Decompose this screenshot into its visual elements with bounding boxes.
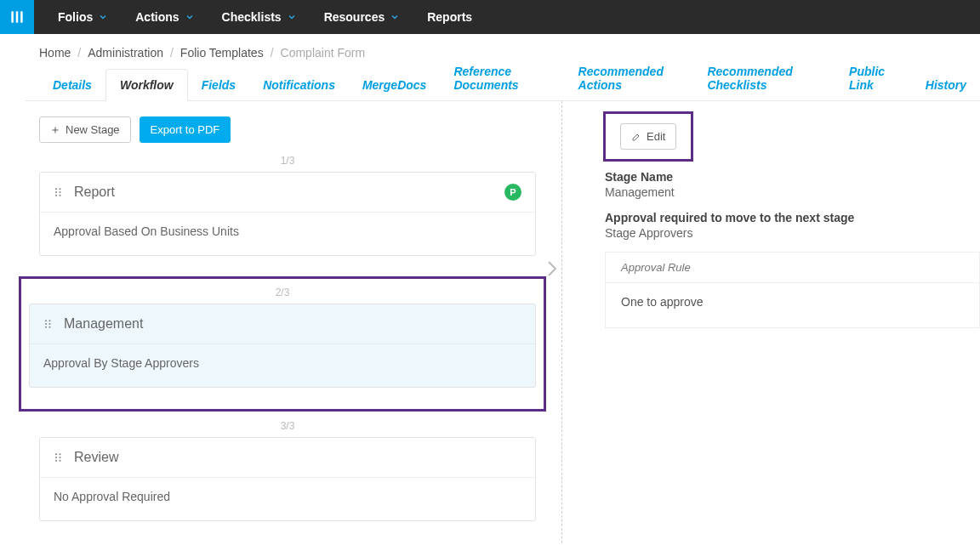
svg-point-11 bbox=[45, 326, 47, 328]
nav-item-checklists[interactable]: Checklists bbox=[222, 10, 297, 24]
stage-header: Report P bbox=[40, 173, 535, 213]
tab-mergedocs[interactable]: MergeDocs bbox=[349, 70, 440, 100]
svg-point-7 bbox=[59, 191, 60, 193]
stage-counter: 2/3 bbox=[29, 287, 536, 298]
new-stage-button[interactable]: New Stage bbox=[39, 116, 131, 143]
svg-point-16 bbox=[55, 457, 57, 458]
edit-icon bbox=[631, 132, 641, 142]
svg-point-3 bbox=[55, 188, 57, 190]
chevron-down-icon bbox=[185, 12, 195, 22]
button-label: Export to PDF bbox=[151, 123, 220, 136]
button-label: Edit bbox=[647, 130, 665, 143]
stage-card-report[interactable]: Report P Approval Based On Business Unit… bbox=[39, 172, 536, 256]
nav-label: Resources bbox=[324, 10, 385, 24]
nav-item-reports[interactable]: Reports bbox=[427, 10, 472, 24]
tab-details[interactable]: Details bbox=[39, 70, 105, 100]
stage-counter: 3/3 bbox=[39, 420, 536, 432]
nav-menu: Folios Actions Checklists Resources Repo… bbox=[34, 0, 499, 34]
svg-point-6 bbox=[59, 188, 60, 190]
drag-handle-icon[interactable] bbox=[43, 319, 54, 329]
p-badge: P bbox=[504, 184, 521, 201]
chevron-down-icon bbox=[390, 12, 400, 22]
stage-body: Approval Based On Business Units bbox=[40, 213, 535, 255]
edit-stage-button[interactable]: Edit bbox=[620, 123, 676, 150]
breadcrumb-item[interactable]: Administration bbox=[88, 46, 163, 60]
nav-item-folios[interactable]: Folios bbox=[58, 10, 108, 24]
svg-rect-1 bbox=[16, 11, 19, 22]
approval-required-label: Approval required to move to the next st… bbox=[605, 211, 980, 224]
stage-title: Report bbox=[74, 185, 115, 200]
stage-card-management[interactable]: Management Approval By Stage Approvers bbox=[29, 304, 536, 388]
breadcrumb-item[interactable]: Home bbox=[39, 46, 71, 60]
stage-card-review[interactable]: Review No Approval Required bbox=[39, 437, 536, 521]
top-navbar: Folios Actions Checklists Resources Repo… bbox=[0, 0, 980, 34]
tab-workflow[interactable]: Workflow bbox=[105, 69, 188, 101]
svg-rect-0 bbox=[11, 11, 14, 22]
stage-name-value: Management bbox=[605, 185, 980, 199]
advance-stage-button[interactable] bbox=[541, 258, 561, 279]
approval-rule-value: One to approve bbox=[606, 283, 979, 328]
main-content: New Stage Export to PDF 1/3 Report P App… bbox=[0, 101, 980, 545]
approval-rule-box: Approval Rule One to approve bbox=[605, 252, 980, 328]
stage-body: Approval By Stage Approvers bbox=[30, 344, 535, 387]
svg-point-15 bbox=[55, 453, 57, 455]
tabs-bar: Details Workflow Fields Notifications Me… bbox=[26, 66, 980, 101]
stage-counter: 1/3 bbox=[39, 155, 536, 167]
svg-point-12 bbox=[48, 320, 50, 321]
chevron-down-icon bbox=[287, 12, 297, 22]
chevron-down-icon bbox=[98, 12, 108, 22]
svg-point-19 bbox=[59, 457, 60, 458]
tab-reference-documents[interactable]: Reference Documents bbox=[440, 56, 564, 100]
annotation-highlight-management: 2/3 Management Approval By Stage Approve… bbox=[20, 278, 544, 410]
drag-handle-icon[interactable] bbox=[54, 452, 64, 463]
tab-recommended-actions[interactable]: Recommended Actions bbox=[565, 56, 694, 100]
stage-title: Management bbox=[64, 316, 143, 332]
stages-column: New Stage Export to PDF 1/3 Report P App… bbox=[0, 101, 544, 545]
stage-title: Review bbox=[74, 450, 118, 465]
button-label: New Stage bbox=[66, 123, 120, 136]
nav-label: Actions bbox=[135, 10, 179, 24]
svg-point-14 bbox=[48, 326, 50, 328]
svg-point-18 bbox=[59, 453, 60, 455]
svg-point-17 bbox=[55, 460, 57, 462]
breadcrumb-item[interactable]: Folio Templates bbox=[180, 46, 264, 60]
svg-point-20 bbox=[59, 460, 60, 462]
plus-icon bbox=[50, 125, 60, 135]
stage-body: No Approval Required bbox=[40, 478, 535, 520]
approval-required-value: Stage Approvers bbox=[605, 226, 980, 240]
nav-item-actions[interactable]: Actions bbox=[135, 10, 194, 24]
nav-label: Folios bbox=[58, 10, 93, 24]
nav-label: Checklists bbox=[222, 10, 282, 24]
tab-recommended-checklists[interactable]: Recommended Checklists bbox=[693, 56, 835, 100]
svg-rect-2 bbox=[20, 11, 22, 22]
tab-public-link[interactable]: Public Link bbox=[835, 56, 912, 100]
nav-item-resources[interactable]: Resources bbox=[324, 10, 401, 24]
stages-toolbar: New Stage Export to PDF bbox=[39, 116, 536, 143]
bars-icon bbox=[9, 9, 26, 26]
stage-name-label: Stage Name bbox=[605, 170, 980, 184]
nav-label: Reports bbox=[427, 10, 472, 24]
svg-point-4 bbox=[55, 191, 57, 193]
svg-point-8 bbox=[59, 195, 60, 196]
stage-header: Review bbox=[40, 438, 535, 478]
export-pdf-button[interactable]: Export to PDF bbox=[140, 116, 231, 143]
breadcrumb-item-current: Complaint Form bbox=[281, 46, 366, 60]
drag-handle-icon[interactable] bbox=[54, 187, 64, 197]
svg-point-5 bbox=[55, 195, 57, 196]
svg-point-9 bbox=[45, 320, 47, 321]
chevron-right-icon bbox=[541, 258, 561, 279]
app-logo[interactable] bbox=[0, 0, 34, 34]
tab-fields[interactable]: Fields bbox=[188, 70, 249, 100]
tab-notifications[interactable]: Notifications bbox=[249, 70, 349, 100]
breadcrumb-sep: / bbox=[271, 46, 274, 60]
stage-header: Management bbox=[30, 304, 535, 344]
stage-details-panel: Edit Stage Name Management Approval requ… bbox=[562, 101, 980, 354]
approval-rule-header: Approval Rule bbox=[606, 253, 979, 283]
breadcrumb-sep: / bbox=[77, 46, 81, 60]
svg-point-13 bbox=[48, 323, 50, 325]
breadcrumb-sep: / bbox=[170, 46, 174, 60]
tab-history[interactable]: History bbox=[912, 70, 980, 100]
svg-point-10 bbox=[45, 323, 47, 325]
annotation-highlight-edit: Edit bbox=[605, 113, 692, 160]
